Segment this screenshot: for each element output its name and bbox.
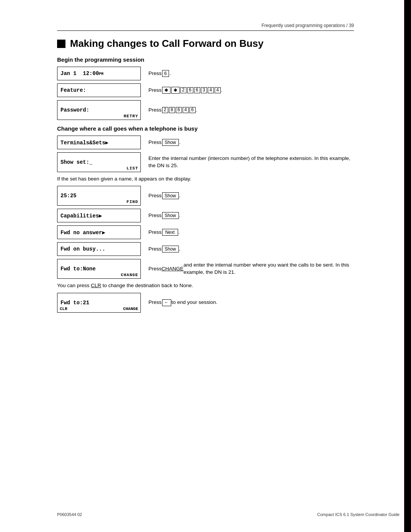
instruction-showset: Enter the internal number (intercom numb… xyxy=(141,152,354,172)
page-title: Making changes to Call Forward on Busy xyxy=(70,38,264,50)
display-fwdto21-sub-left: CLR xyxy=(60,307,67,311)
paragraph1-text: If the set has been given a name, it app… xyxy=(57,176,191,182)
display-box-fwdto21: Fwd to:21 CLR CHANGE xyxy=(57,293,141,313)
display-box-terminals: Terminals&Sets▶ xyxy=(57,136,141,149)
display-box-fwdtonone: Fwd to:None CHANGE xyxy=(57,259,141,279)
key-pw-2: 2 xyxy=(162,107,168,113)
display-feature-text: Feature: xyxy=(61,87,137,93)
paragraph2: You can press CLR to change the destinat… xyxy=(57,282,354,289)
key-star2: ✱ xyxy=(171,87,180,94)
title-black-square xyxy=(57,40,65,48)
display-box-capabilities: Capabilities▶ xyxy=(57,209,141,222)
page-footer: P0603544 02 Compact ICS 6.1 System Coord… xyxy=(57,512,400,517)
key-pw-8: 8 xyxy=(169,107,175,113)
header-text: Frequently used programming operations /… xyxy=(261,23,354,28)
display-row-fwdnoanswer: Fwd no answer▶ Press Next . xyxy=(57,225,354,239)
key-pw-6b: 6 xyxy=(190,107,196,113)
display-row-feature: Feature: Press ✱✱266344 . xyxy=(57,83,354,97)
key-next-fwdnoanswer: Next xyxy=(162,229,178,236)
display-fwdto21-sub-right: CHANGE xyxy=(123,307,138,311)
display-row-password: Password: RETRY Press 28646 . xyxy=(57,100,354,120)
section2-heading: Change where a call goes when a telephon… xyxy=(57,125,354,132)
key-end-session: ← xyxy=(162,299,171,306)
page-header: Frequently used programming operations /… xyxy=(57,23,354,31)
display-box-feature: Feature: xyxy=(57,83,141,97)
key-6: 6 xyxy=(162,70,169,77)
display-showset-sub: LIST xyxy=(127,166,138,171)
footer-right: Compact ICS 6.1 System Coordinator Guide xyxy=(317,512,400,517)
instruction-terminals: Press Show . xyxy=(141,136,354,149)
display-box-datetime: Jan 1 12:00PM xyxy=(57,67,141,80)
key-2: 2 xyxy=(180,87,186,93)
display-row-datetime: Jan 1 12:00PM Press 6 . xyxy=(57,67,354,80)
instruction-capabilities: Press Show . xyxy=(141,209,354,222)
right-bar xyxy=(404,0,411,532)
paragraph1: If the set has been given a name, it app… xyxy=(57,175,354,183)
key-6b: 6 xyxy=(194,87,200,93)
display-2525-sub: FIND xyxy=(127,200,138,204)
key-show-fwdonbusy: Show xyxy=(162,246,179,252)
display-row-capabilities: Capabilities▶ Press Show . xyxy=(57,209,354,222)
display-fwdnoanswer-text: Fwd no answer▶ xyxy=(61,229,137,236)
display-box-password: Password: RETRY xyxy=(57,100,141,120)
display-fwdtonone-sub: CHANGE xyxy=(121,273,138,277)
instruction-fwdonbusy: Press Show . xyxy=(141,242,354,256)
instruction-password: Press 28646 . xyxy=(141,100,354,120)
key-star1: ✱ xyxy=(162,87,170,94)
instruction-feature: Press ✱✱266344 . xyxy=(141,83,354,97)
section1-heading: Begin the programming session xyxy=(57,56,354,63)
display-fwdonbusy-text: Fwd on busy... xyxy=(61,246,137,252)
instruction-2525: Press Show . xyxy=(141,186,354,206)
key-show-capabilities: Show xyxy=(162,212,179,219)
instruction-datetime: Press 6 . xyxy=(141,67,354,80)
key-4a: 4 xyxy=(208,87,214,93)
key-show-terminals: Show xyxy=(162,139,179,146)
display-fwdtonone-text: Fwd to:None xyxy=(61,266,137,272)
display-fwdto21-text: Fwd to:21 xyxy=(61,300,137,306)
clr-underline: CLR xyxy=(91,283,101,288)
instruction-fwdnoanswer: Press Next . xyxy=(141,225,354,239)
key-pw-6: 6 xyxy=(176,107,182,113)
display-datetime-text: Jan 1 12:00PM xyxy=(61,70,137,77)
display-password-sub: RETRY xyxy=(124,114,138,118)
display-password-text: Password: xyxy=(61,107,137,113)
display-row-2525: 25:25 FIND Press Show . xyxy=(57,186,354,206)
key-show-2525: Show xyxy=(162,192,179,199)
instruction-fwdto21: Press ← to end your session. xyxy=(141,293,354,313)
display-capabilities-text: Capabilities▶ xyxy=(61,212,137,219)
instruction-fwdtonone: Press CHANGE and enter the internal numb… xyxy=(141,259,354,279)
display-box-fwdonbusy: Fwd on busy... xyxy=(57,242,141,256)
change-underline: CHANGE xyxy=(162,265,184,273)
key-3: 3 xyxy=(201,87,207,93)
display-row-fwdto21: Fwd to:21 CLR CHANGE Press ← to end your… xyxy=(57,293,354,313)
display-row-fwdonbusy: Fwd on busy... Press Show . xyxy=(57,242,354,256)
display-box-fwdnoanswer: Fwd no answer▶ xyxy=(57,225,141,239)
key-4b: 4 xyxy=(215,87,221,93)
display-2525-text: 25:25 xyxy=(61,193,137,199)
key-6a: 6 xyxy=(187,87,193,93)
footer-left: P0603544 02 xyxy=(57,512,82,517)
display-box-showset: Show set:_ LIST xyxy=(57,152,141,172)
display-terminals-text: Terminals&Sets▶ xyxy=(61,139,137,146)
key-pw-4: 4 xyxy=(183,107,189,113)
display-showset-text: Show set:_ xyxy=(61,159,137,165)
title-row: Making changes to Call Forward on Busy xyxy=(57,38,354,50)
display-row-terminals: Terminals&Sets▶ Press Show . xyxy=(57,136,354,149)
display-row-fwdtonone: Fwd to:None CHANGE Press CHANGE and ente… xyxy=(57,259,354,279)
display-box-2525: 25:25 FIND xyxy=(57,186,141,206)
display-row-showset: Show set:_ LIST Enter the internal numbe… xyxy=(57,152,354,172)
